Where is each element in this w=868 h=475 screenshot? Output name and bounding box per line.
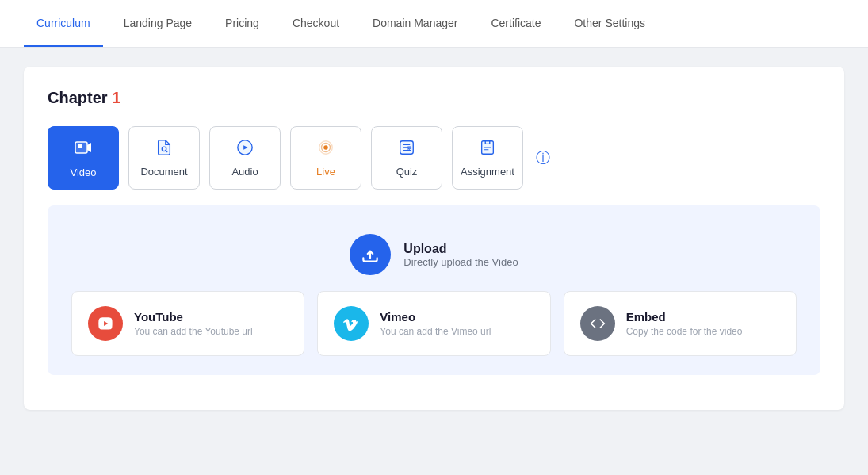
content-type-assignment[interactable]: Assignment — [452, 126, 523, 190]
vimeo-description: You can add the Vimeo url — [380, 326, 491, 337]
info-icon[interactable]: ⓘ — [536, 148, 550, 167]
audio-icon — [236, 139, 254, 161]
embed-icon — [580, 306, 615, 341]
tab-other-settings[interactable]: Other Settings — [561, 1, 658, 47]
source-youtube[interactable]: YouTube You can add the Youtube url — [71, 291, 304, 356]
tab-checkout[interactable]: Checkout — [280, 1, 352, 47]
quiz-icon — [398, 139, 415, 161]
embed-text: Embed Copy the code for the video — [626, 310, 743, 337]
content-type-video[interactable]: Video — [48, 126, 119, 190]
vimeo-text: Vimeo You can add the Vimeo url — [380, 310, 491, 337]
youtube-name: YouTube — [134, 310, 253, 324]
youtube-text: YouTube You can add the Youtube url — [134, 310, 253, 337]
source-vimeo[interactable]: Vimeo You can add the Vimeo url — [317, 291, 550, 356]
document-label: Document — [140, 166, 187, 178]
live-icon — [317, 139, 335, 161]
vimeo-name: Vimeo — [380, 310, 491, 324]
tab-pricing[interactable]: Pricing — [212, 1, 272, 47]
upload-row[interactable]: Upload Directly upload the Video — [71, 224, 797, 291]
document-icon — [155, 139, 173, 161]
youtube-description: You can add the Youtube url — [134, 326, 253, 337]
tab-curriculum[interactable]: Curriculum — [24, 1, 103, 47]
audio-label: Audio — [231, 166, 258, 178]
embed-description: Copy the code for the video — [626, 326, 743, 337]
video-icon — [74, 138, 93, 162]
video-options-section: Upload Directly upload the Video YouTube… — [48, 205, 820, 375]
live-label: Live — [316, 166, 335, 178]
svg-rect-2 — [78, 144, 82, 148]
content-type-audio[interactable]: Audio — [209, 126, 281, 190]
tab-domain-manager[interactable]: Domain Manager — [360, 1, 470, 47]
assignment-label: Assignment — [461, 166, 514, 178]
video-label: Video — [70, 167, 96, 178]
upload-text: Upload Directly upload the Video — [403, 242, 518, 268]
main-content: Chapter 1 Video — [0, 48, 868, 442]
content-types-row: Video Document — [48, 126, 820, 190]
tab-landing-page[interactable]: Landing Page — [111, 1, 205, 47]
upload-subtitle: Directly upload the Video — [403, 256, 518, 268]
content-type-live[interactable]: Live — [290, 126, 361, 190]
svg-point-5 — [323, 145, 328, 150]
upload-icon-circle — [350, 234, 391, 275]
assignment-icon — [479, 139, 496, 161]
embed-name: Embed — [626, 310, 743, 324]
source-embed[interactable]: Embed Copy the code for the video — [564, 291, 797, 356]
chapter-card: Chapter 1 Video — [24, 67, 844, 410]
vimeo-icon — [334, 306, 369, 341]
content-type-quiz[interactable]: Quiz — [371, 126, 442, 190]
content-type-document[interactable]: Document — [128, 126, 200, 190]
chapter-title: Chapter 1 — [48, 89, 820, 107]
source-cards: YouTube You can add the Youtube url Vime… — [71, 291, 797, 356]
upload-title: Upload — [403, 242, 518, 256]
nav-tabs: Curriculum Landing Page Pricing Checkout… — [0, 0, 868, 48]
quiz-label: Quiz — [396, 166, 418, 178]
tab-certificate[interactable]: Certificate — [478, 1, 553, 47]
youtube-icon — [88, 306, 123, 341]
